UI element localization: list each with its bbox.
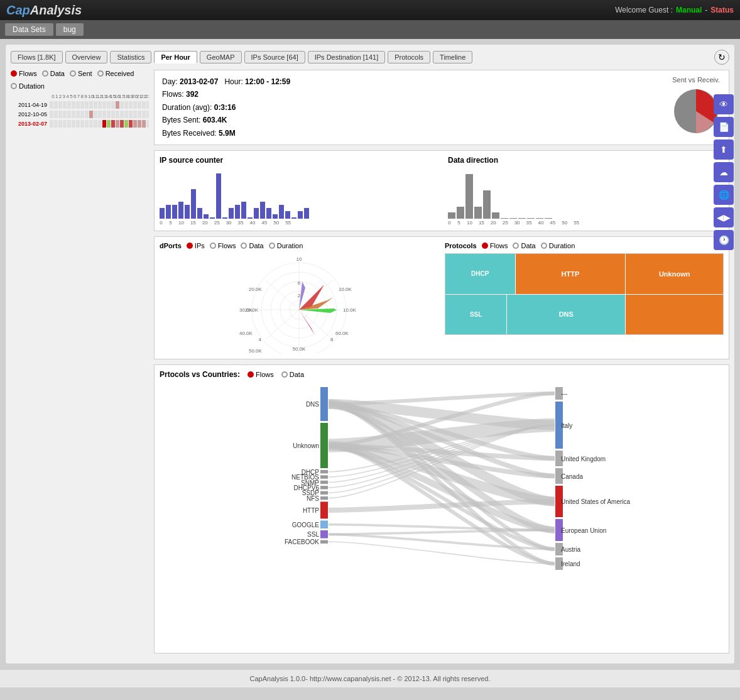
tab-protocols[interactable]: Protocols	[388, 51, 430, 63]
data-direction-chart: Data direction 0 5 10 15 20 25 30 35 40 …	[448, 156, 724, 226]
tab-geomap[interactable]: GeoMAP	[200, 51, 242, 63]
ip-source-bars	[160, 168, 435, 219]
protocols-radio-data[interactable]: Data	[513, 242, 535, 249]
svg-text:United States of America: United States of America	[561, 498, 630, 505]
svg-text:50.0K: 50.0K	[249, 348, 263, 354]
heatmap-cell	[80, 111, 84, 118]
dports-protocols-row: dPorts IPs Flows Data	[154, 236, 729, 359]
treemap-http: HTTP	[516, 254, 626, 294]
heatmap-cell	[138, 111, 141, 118]
radio-data[interactable]: Data	[42, 70, 65, 77]
heatmap-cell	[67, 111, 71, 118]
heatmap-cell	[63, 111, 67, 118]
protocols-radio-flows[interactable]: Flows	[482, 242, 508, 249]
sankey-radio-flows[interactable]: Flows	[248, 371, 274, 378]
info-bytes-sent: Bytes Sent: 603.4K	[162, 114, 290, 126]
heatmap-cell	[111, 120, 115, 128]
heatmap-cell	[138, 101, 141, 109]
refresh-button[interactable]: ↻	[714, 50, 729, 65]
sankey-header: Prtocols vs Countries: Flows Data	[160, 370, 724, 379]
bar	[210, 217, 215, 219]
radio-group: Flows Data Sent Received Dutation	[11, 70, 149, 90]
heatmap-cell	[142, 101, 146, 109]
globe-icon[interactable]: 🌐	[714, 185, 734, 205]
footer-text: CapAnalysis 1.0.0- http://www.capanalysi…	[250, 675, 491, 682]
svg-line-12	[266, 310, 299, 339]
heatmap-cell	[85, 101, 89, 109]
heatmap-cell	[133, 120, 137, 128]
heatmap-cell	[89, 120, 93, 128]
heatmap-row: 2013-02-07	[11, 119, 149, 128]
dash: -	[705, 6, 707, 14]
heatmap-cell	[67, 120, 71, 128]
dports-radio-ips[interactable]: IPs	[187, 242, 205, 249]
heatmap-cell	[146, 101, 149, 109]
heatmap-cell	[107, 111, 111, 118]
data-direction-axis: 0 5 10 15 20 25 30 35 40 45 50 55	[448, 220, 724, 226]
heatmap-cells	[50, 101, 149, 109]
dports-radio-data[interactable]: Data	[241, 242, 263, 249]
logo-analysis: Analysis	[30, 3, 82, 18]
svg-text:FACEBOOK: FACEBOOK	[285, 539, 319, 545]
pie-label: Sent vs Receiv.	[671, 76, 721, 84]
tab-per-hour[interactable]: Per Hour	[154, 51, 197, 63]
treemap-unknown-top: Unknown	[626, 254, 723, 294]
heatmap-cell	[138, 120, 141, 128]
protocols-radio-duration[interactable]: Duration	[541, 242, 575, 249]
ips-dot	[187, 243, 193, 249]
tab-flows[interactable]: Flows [1.8K]	[11, 51, 63, 63]
bar	[298, 211, 303, 219]
duration-label: Duration (avg):	[162, 103, 214, 112]
status-link[interactable]: Status	[710, 6, 734, 14]
flows-dot	[11, 70, 17, 77]
svg-text:DNS: DNS	[306, 401, 319, 408]
radio-dutation[interactable]: Dutation	[11, 82, 45, 90]
bar	[465, 174, 473, 219]
svg-text:10.0K: 10.0K	[339, 287, 352, 292]
heatmap-cell	[94, 120, 97, 128]
tab-statistics[interactable]: Statistics	[110, 51, 151, 63]
svg-text:2: 2	[298, 293, 301, 298]
bar	[160, 208, 165, 219]
radio-flows[interactable]: Flows	[11, 70, 37, 77]
bytes-recv-value: 5.9M	[219, 129, 236, 138]
svg-rect-47	[320, 520, 328, 528]
arrows-icon[interactable]: ◀▶	[714, 207, 734, 227]
sankey-radio-data[interactable]: Data	[281, 371, 304, 378]
header: CapAnalysis Welcome Guest : Manual - Sta…	[0, 0, 740, 20]
svg-line-13	[266, 280, 299, 310]
tab-ips-destination[interactable]: IPs Destination [141]	[308, 51, 386, 63]
heatmap-col-label: 3	[62, 94, 65, 99]
bug-button[interactable]: bug	[56, 23, 84, 36]
heatmap-cell	[50, 101, 53, 109]
hour-label: Hour:	[224, 77, 245, 86]
svg-rect-33	[320, 470, 328, 473]
eye-icon[interactable]: 👁	[714, 94, 734, 114]
tab-overview[interactable]: Overview	[65, 51, 108, 63]
bar	[166, 205, 171, 219]
logo-cap: Cap	[6, 3, 30, 18]
manual-link[interactable]: Manual	[676, 6, 702, 14]
svg-text:NFS: NFS	[307, 495, 319, 502]
copy-icon[interactable]: 📄	[714, 117, 734, 137]
heatmap-col-label: 11	[92, 94, 96, 99]
cloud-icon[interactable]: ☁	[714, 162, 734, 182]
tab-timeline[interactable]: Timeline	[433, 51, 472, 63]
bar	[518, 218, 526, 219]
dports-radio-duration[interactable]: Duration	[269, 242, 303, 249]
bar	[285, 211, 290, 219]
heatmap-cell	[102, 120, 106, 128]
heatmap-cell	[50, 111, 53, 118]
radio-received[interactable]: Received	[97, 70, 134, 77]
dports-radio-flows[interactable]: Flows	[210, 242, 236, 249]
clock-icon[interactable]: 🕐	[714, 230, 734, 250]
bytes-sent-label: Bytes Sent:	[162, 116, 203, 124]
heatmap-cell	[58, 111, 62, 118]
tab-ips-source[interactable]: IPs Source [64]	[244, 51, 305, 63]
svg-line-11	[299, 310, 332, 339]
received-dot	[97, 70, 104, 77]
radio-sent[interactable]: Sent	[70, 70, 92, 77]
share-icon[interactable]: ⬆	[714, 139, 734, 160]
datasets-button[interactable]: Data Sets	[5, 23, 53, 36]
flows-info-value: 392	[186, 90, 199, 99]
